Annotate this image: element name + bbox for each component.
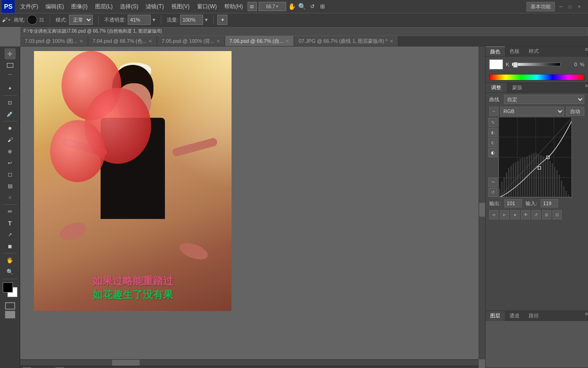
pen-tool[interactable]: ✏ (5, 206, 16, 217)
maximize-button[interactable]: □ (567, 3, 573, 10)
adj-panel-menu[interactable]: ≡ (585, 83, 588, 92)
mode-select[interactable]: 正常 (69, 15, 93, 25)
menu-layer[interactable]: 图层(L) (91, 1, 117, 12)
layers-panel-menu[interactable]: ≡ (585, 311, 588, 321)
flow-arrow[interactable]: ▾ (205, 17, 208, 23)
menu-help[interactable]: 帮助(H) (220, 1, 247, 12)
curve-action-btn-6[interactable]: ⊞ (542, 210, 551, 219)
paths-tab[interactable]: 路径 (524, 311, 543, 321)
shape-tool[interactable]: ◼ (5, 241, 16, 252)
menu-edit[interactable]: 编辑(E) (42, 1, 68, 12)
tab-2[interactable]: 7.05.psd @ 100% (背... ✕ (157, 36, 225, 46)
menu-filter[interactable]: 滤镜(T) (142, 1, 167, 12)
layers-panel-tabs: 图层 通道 路径 ≡ (486, 311, 588, 321)
swatches-tab[interactable]: 色板 (505, 46, 524, 56)
color-spectrum[interactable] (489, 74, 584, 80)
spot-heal-tool[interactable]: ✹ (5, 123, 16, 134)
close-button[interactable]: × (576, 3, 582, 10)
rotate-tool-icon[interactable]: ↺ (307, 1, 317, 12)
tab-1[interactable]: 7.04.psd @ 66.7% (色... ✕ (88, 36, 158, 46)
eyedropper-tool[interactable]: 💉 (5, 109, 16, 120)
curve-graph[interactable] (498, 117, 572, 197)
layers-tab[interactable]: 图层 (486, 311, 505, 321)
menu-file[interactable]: 文件(F) (17, 1, 42, 12)
curve-pencil-tool[interactable]: 〜 (488, 178, 498, 187)
curve-undo-btn[interactable]: ↺ (488, 188, 498, 197)
input-value-input[interactable] (541, 199, 558, 207)
curve-action-btn-2[interactable]: ⊳ (500, 210, 509, 219)
gradient-tool[interactable]: ▤ (5, 180, 16, 191)
flow-input[interactable] (180, 15, 203, 25)
curve-tool-btn-1[interactable]: ↔ (489, 107, 498, 116)
dodge-tool[interactable]: ○ (5, 192, 16, 203)
tab-close-2[interactable]: ✕ (216, 39, 220, 44)
channels-tab[interactable]: 通道 (505, 311, 524, 321)
workspace-selector[interactable]: 基本功能 (526, 2, 555, 12)
curve-action-btn-3[interactable]: ● (510, 210, 520, 219)
color-swatch[interactable] (489, 59, 503, 69)
mask-mode-btn[interactable] (5, 302, 15, 310)
tab-close-1[interactable]: ✕ (148, 39, 152, 44)
magic-wand-tool[interactable]: ✦ (5, 83, 16, 94)
tab-3[interactable]: 7.06.psd @ 66.7% (自... ✕ (225, 36, 294, 46)
zoom-display[interactable]: 66.7▾ (259, 2, 286, 11)
main-area: ✛ ⌒ ✦ ⊡ 💉 ✹ 🖌 ⊕ ↩ ◻ ▤ ○ ✏ T ↗ ◼ 🖐 🔍 (0, 46, 588, 368)
curve-eyedropper-highlight[interactable]: ◐ (488, 148, 498, 157)
curve-action-btn-1[interactable]: ⊲ (489, 210, 498, 219)
adjustments-tab[interactable]: 调整 (486, 83, 507, 92)
path-select-tool[interactable]: ↗ (5, 229, 16, 240)
horizontal-scrollbar[interactable] (20, 359, 479, 366)
curve-preset-select[interactable]: 自定 (504, 95, 584, 104)
canvas-image[interactable]: 如果过略能重踏过 如花趣生了没有果 (34, 51, 232, 311)
move-tool[interactable]: ✛ (5, 48, 16, 59)
curve-add-point-tool[interactable]: ✎ (488, 118, 498, 127)
tab-close-3[interactable]: ✕ (285, 39, 289, 44)
color-panel-menu[interactable]: ≡ (585, 46, 588, 56)
menu-image[interactable]: 图像(I) (68, 1, 91, 12)
color-tab[interactable]: 颜色 (486, 46, 505, 56)
screen-mode-btn[interactable] (5, 311, 15, 318)
output-value-input[interactable] (504, 199, 522, 207)
tab-4[interactable]: 07.JPG @ 66.7% (曲线 1, 图层蒙版/8) * ✕ (294, 36, 398, 46)
options-icon[interactable]: ▤ (248, 2, 257, 11)
hand-tool[interactable]: 🖐 (5, 255, 16, 266)
color-selector[interactable] (3, 282, 17, 297)
brush-tool[interactable]: 🖌 (5, 134, 16, 145)
tab-0[interactable]: 7.03.psd @ 100% (图... ✕ (20, 36, 88, 46)
curve-eyedropper-mid[interactable]: ◐ (488, 138, 498, 147)
curve-eyedropper-shadow[interactable]: ◐ (488, 128, 498, 137)
airbrush-btn[interactable]: ✦ (217, 15, 227, 25)
brush-preview[interactable] (27, 15, 37, 25)
curve-action-btn-7[interactable]: ⊟ (553, 210, 562, 219)
arrange-icon[interactable]: ⊞ (317, 1, 328, 12)
minimize-button[interactable]: ─ (558, 3, 564, 10)
eraser-tool[interactable]: ◻ (5, 169, 16, 180)
channel-select[interactable]: RGB (500, 107, 564, 116)
styles-tab[interactable]: 样式 (524, 46, 543, 56)
menu-window[interactable]: 窗口(W) (193, 1, 220, 12)
brush-tool-selector[interactable]: 🖌 ▾ (2, 17, 10, 23)
vertical-scrollbar[interactable] (479, 46, 485, 359)
menu-view[interactable]: 视图(V) (168, 1, 193, 12)
auto-button[interactable]: 自动 (566, 107, 584, 116)
opacity-input[interactable] (128, 15, 151, 25)
hand-tool-icon[interactable]: ✋ (287, 1, 297, 12)
marquee-tool[interactable] (5, 60, 16, 71)
curve-action-btn-5[interactable]: ↺ (531, 210, 541, 219)
crop-tool[interactable]: ⊡ (5, 97, 16, 108)
foreground-color-swatch[interactable] (3, 282, 13, 293)
opacity-arrow[interactable]: ▾ (153, 17, 155, 23)
history-brush-tool[interactable]: ↩ (5, 157, 16, 168)
zoom-tool[interactable]: 🔍 (5, 266, 16, 277)
k-slider[interactable] (512, 63, 560, 66)
tab-close-0[interactable]: ✕ (79, 39, 83, 44)
type-tool[interactable]: T (5, 218, 16, 229)
clone-tool[interactable]: ⊕ (5, 146, 16, 157)
zoom-tool-icon[interactable]: 🔍 (297, 1, 307, 12)
masks-tab[interactable]: 蒙版 (507, 83, 528, 92)
curve-action-btn-4[interactable]: 👁 (521, 210, 530, 219)
svg-rect-30 (552, 163, 553, 197)
tab-close-4[interactable]: ✕ (390, 39, 393, 44)
lasso-tool[interactable]: ⌒ (5, 71, 16, 82)
menu-select[interactable]: 选择(S) (116, 1, 142, 12)
